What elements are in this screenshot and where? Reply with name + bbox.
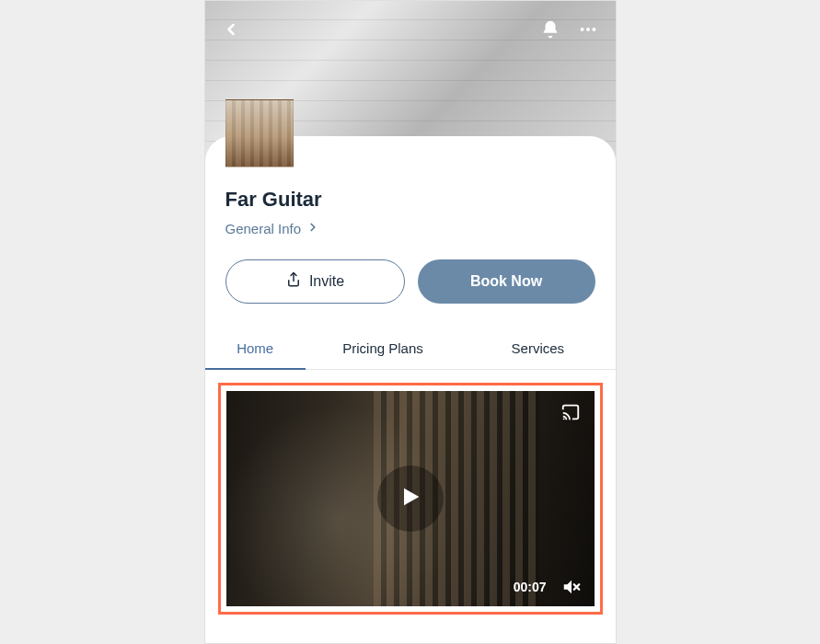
mute-icon[interactable] — [561, 577, 582, 597]
tab-home-label: Home — [237, 340, 273, 356]
video-footer: 00:07 — [514, 577, 582, 597]
app-frame: Far Guitar General Info Invite Book Now — [204, 0, 617, 644]
tab-services[interactable]: Services — [460, 328, 615, 369]
avatar[interactable] — [225, 99, 294, 167]
svg-point-1 — [585, 28, 589, 31]
cast-icon[interactable] — [560, 402, 582, 426]
invite-button[interactable]: Invite — [225, 259, 405, 304]
video-highlight-frame: 00:07 — [218, 383, 603, 615]
svg-marker-4 — [404, 489, 419, 506]
general-info-label: General Info — [225, 221, 302, 236]
content-card: Far Guitar General Info Invite Book Now — [205, 136, 616, 615]
page-title: Far Guitar — [225, 188, 595, 212]
tab-services-label: Services — [512, 340, 565, 356]
back-icon[interactable] — [222, 20, 240, 39]
play-button[interactable] — [377, 466, 444, 532]
svg-point-2 — [592, 28, 595, 31]
header-icons — [205, 19, 616, 40]
book-label: Book Now — [470, 273, 542, 290]
book-now-button[interactable]: Book Now — [418, 259, 595, 304]
tab-pricing-label: Pricing Plans — [342, 340, 423, 356]
bell-icon[interactable] — [540, 19, 560, 40]
tab-home[interactable]: Home — [205, 328, 306, 369]
tabs: Home Pricing Plans Services — [205, 328, 616, 370]
tab-pricing[interactable]: Pricing Plans — [306, 328, 460, 369]
invite-label: Invite — [309, 273, 344, 290]
video-player[interactable]: 00:07 — [226, 391, 595, 606]
more-icon[interactable] — [577, 19, 599, 40]
general-info-link[interactable]: General Info — [225, 221, 320, 236]
video-timestamp: 00:07 — [514, 580, 547, 594]
play-icon — [398, 484, 423, 513]
share-icon — [285, 271, 302, 292]
svg-point-0 — [580, 28, 583, 31]
svg-point-3 — [562, 418, 564, 420]
chevron-right-icon — [306, 221, 319, 236]
